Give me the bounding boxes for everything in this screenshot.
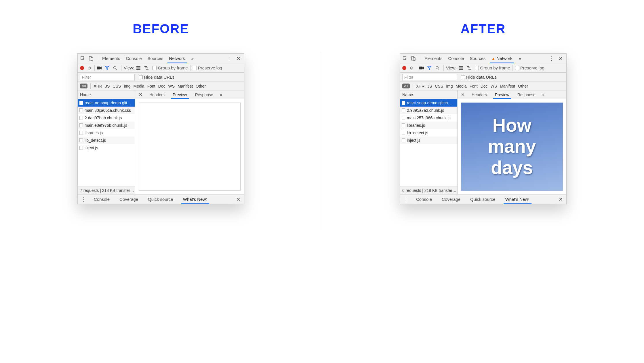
close-devtools-icon[interactable]: ✕ — [557, 55, 565, 62]
request-row[interactable]: inject.js — [78, 144, 135, 152]
inspect-icon[interactable] — [402, 55, 409, 62]
type-filter-doc[interactable]: Doc — [481, 84, 488, 88]
close-drawer-icon[interactable]: ✕ — [557, 196, 565, 203]
close-drawer-icon[interactable]: ✕ — [235, 196, 242, 203]
request-row[interactable]: libraries.js — [400, 122, 457, 129]
record-icon[interactable] — [402, 66, 406, 70]
tab-elements[interactable]: Elements — [99, 54, 123, 63]
drawer-tab-console[interactable]: Console — [412, 194, 436, 204]
tab-network[interactable]: ▲Network — [489, 54, 515, 63]
clear-icon[interactable]: ⊘ — [86, 65, 92, 71]
request-row[interactable]: main.257a366a.chunk.js — [400, 114, 457, 122]
more-tabs-icon[interactable]: » — [189, 56, 196, 61]
large-rows-icon[interactable] — [136, 66, 142, 70]
request-row[interactable]: react-no-snap-demo.glit… — [78, 99, 135, 107]
hide-data-urls-checkbox[interactable]: Hide data URLs — [139, 75, 174, 80]
more-tabs-icon[interactable]: » — [516, 56, 523, 61]
type-filter-img[interactable]: Img — [124, 84, 130, 88]
drawer-tab-console[interactable]: Console — [90, 194, 114, 204]
filter-input[interactable]: Filter — [402, 74, 457, 80]
tab-elements[interactable]: Elements — [422, 54, 445, 63]
request-row[interactable]: react-snap-demo.glitch.… — [400, 99, 457, 107]
type-filter-media[interactable]: Media — [134, 84, 144, 88]
type-filter-media[interactable]: Media — [456, 84, 467, 88]
close-devtools-icon[interactable]: ✕ — [235, 55, 242, 62]
waterfall-icon[interactable] — [144, 66, 150, 70]
more-detail-tabs-icon[interactable]: » — [218, 92, 225, 97]
hide-data-urls-checkbox[interactable]: Hide data URLs — [461, 75, 497, 80]
drawer-tab-quick-source[interactable]: Quick source — [144, 194, 177, 204]
drawer-tab-whats-new[interactable]: What's New ✕ — [179, 194, 212, 204]
type-filter-xhr[interactable]: XHR — [416, 84, 424, 88]
type-filter-css[interactable]: CSS — [113, 84, 121, 88]
drawer-tab-coverage[interactable]: Coverage — [438, 194, 464, 204]
request-row[interactable]: 2.dad97bab.chunk.js — [78, 114, 135, 122]
type-filter-img[interactable]: Img — [446, 84, 453, 88]
type-filter-manifest[interactable]: Manifest — [178, 84, 193, 88]
type-filter-other[interactable]: Other — [196, 84, 206, 88]
preserve-log-checkbox[interactable]: Preserve log — [515, 65, 544, 70]
request-row[interactable]: libraries.js — [78, 129, 135, 137]
type-filter-font[interactable]: Font — [147, 84, 155, 88]
filter-input[interactable]: Filter — [80, 74, 135, 80]
request-row[interactable]: main.e3ef976b.chunk.js — [78, 122, 135, 129]
request-list-header[interactable]: Name — [400, 90, 457, 99]
large-rows-icon[interactable] — [459, 66, 464, 70]
clear-icon[interactable]: ⊘ — [409, 65, 414, 71]
more-detail-tabs-icon[interactable]: » — [540, 92, 547, 97]
detail-tab-headers[interactable]: Headers — [468, 90, 490, 99]
close-detail-icon[interactable]: ✕ — [459, 92, 467, 97]
type-filter-xhr[interactable]: XHR — [94, 84, 102, 88]
close-tab-icon[interactable]: ✕ — [204, 197, 207, 202]
type-filter-font[interactable]: Font — [470, 84, 478, 88]
filter-icon[interactable] — [105, 66, 111, 70]
camera-icon[interactable] — [419, 66, 425, 70]
inspect-icon[interactable] — [79, 55, 86, 62]
tab-network[interactable]: Network — [166, 54, 188, 63]
request-list-header[interactable]: Name — [78, 90, 135, 99]
type-filter-all[interactable]: All — [80, 84, 87, 88]
drawer-menu-icon[interactable]: ⋮ — [402, 196, 410, 203]
camera-icon[interactable] — [97, 66, 103, 70]
device-toggle-icon[interactable] — [410, 55, 417, 62]
group-by-frame-checkbox[interactable]: Group by frame — [475, 65, 510, 70]
type-filter-ws[interactable]: WS — [491, 84, 497, 88]
tab-sources[interactable]: Sources — [145, 54, 166, 63]
type-filter-all[interactable]: All — [402, 84, 410, 88]
type-filter-doc[interactable]: Doc — [158, 84, 165, 88]
request-row[interactable]: main.80ca66ca.chunk.css — [78, 107, 135, 114]
search-icon[interactable] — [435, 66, 441, 70]
record-icon[interactable] — [80, 66, 84, 70]
waterfall-icon[interactable] — [467, 66, 472, 70]
type-filter-css[interactable]: CSS — [435, 84, 443, 88]
request-row[interactable]: inject.js — [400, 137, 457, 144]
detail-tab-preview[interactable]: Preview — [491, 90, 513, 99]
close-tab-icon[interactable]: ✕ — [526, 197, 530, 202]
request-row[interactable]: lib_detect.js — [400, 129, 457, 137]
tab-sources[interactable]: Sources — [467, 54, 489, 63]
drawer-tab-quick-source[interactable]: Quick source — [466, 194, 500, 204]
tab-console[interactable]: Console — [123, 54, 145, 63]
type-filter-other[interactable]: Other — [518, 84, 528, 88]
type-filter-js[interactable]: JS — [427, 84, 432, 88]
drawer-tab-whats-new[interactable]: What's New ✕ — [501, 194, 534, 204]
request-row[interactable]: lib_detect.js — [78, 137, 135, 144]
request-row[interactable]: 2.9895a7a2.chunk.js — [400, 107, 457, 114]
close-detail-icon[interactable]: ✕ — [136, 92, 145, 97]
type-filter-manifest[interactable]: Manifest — [500, 84, 515, 88]
group-by-frame-checkbox[interactable]: Group by frame — [153, 65, 188, 70]
detail-tab-headers[interactable]: Headers — [146, 90, 168, 99]
detail-tab-preview[interactable]: Preview — [169, 90, 190, 99]
preserve-log-checkbox[interactable]: Preserve log — [193, 65, 222, 70]
search-icon[interactable] — [113, 66, 119, 70]
drawer-tab-coverage[interactable]: Coverage — [115, 194, 142, 204]
tab-console[interactable]: Console — [445, 54, 467, 63]
type-filter-ws[interactable]: WS — [168, 84, 175, 88]
filter-icon[interactable] — [427, 66, 433, 70]
kebab-menu-icon[interactable]: ⋮ — [225, 55, 233, 62]
kebab-menu-icon[interactable]: ⋮ — [547, 55, 556, 62]
device-toggle-icon[interactable] — [87, 55, 94, 62]
type-filter-js[interactable]: JS — [105, 84, 110, 88]
detail-tab-response[interactable]: Response — [192, 90, 217, 99]
drawer-menu-icon[interactable]: ⋮ — [79, 196, 88, 203]
